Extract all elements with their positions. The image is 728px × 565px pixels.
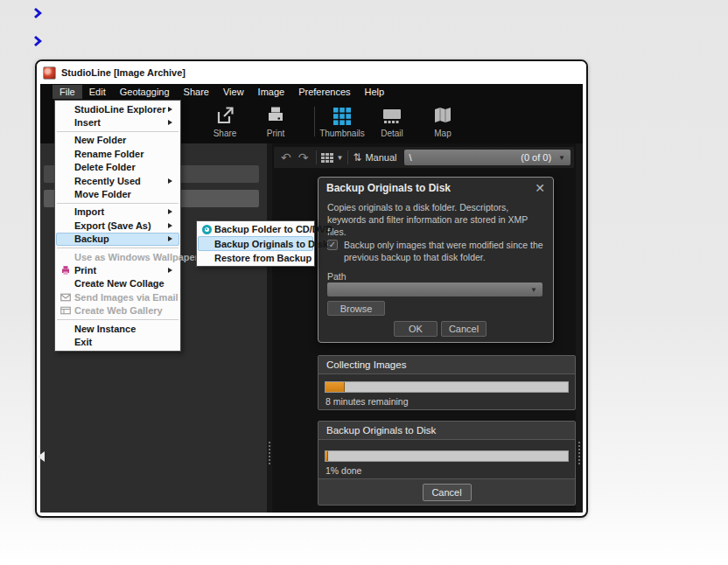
path-select[interactable]: ▼ — [327, 282, 542, 296]
menuitem-use-as-wallpaper[interactable]: Use as Windows Wallpaper — [56, 250, 179, 263]
progress-fill — [326, 382, 345, 392]
menu-separator — [57, 319, 178, 320]
window-title: StudioLine [Image Archive] — [61, 67, 186, 78]
submenu-arrow-icon — [168, 268, 178, 273]
collecting-images-panel: Collecting Images 8 minutes remaining — [318, 355, 576, 410]
splitter-dots-icon — [269, 442, 270, 464]
menu-view[interactable]: View — [216, 85, 251, 99]
dialog-titlebar: Backup Originals to Disk ✕ — [318, 178, 553, 199]
menuitem-new-instance[interactable]: New Instance — [56, 322, 179, 335]
view-grid-button[interactable]: ▼ — [321, 153, 343, 163]
menuitem-create-new-collage[interactable]: Create New Collage — [56, 277, 179, 290]
navbar: ↶ ↷ ▼ ⇅ Manual \ (0 of 0) ▼ — [274, 147, 574, 168]
menu-preferences[interactable]: Preferences — [291, 85, 357, 99]
menuitem-send-images-via-email[interactable]: Send Images via Email — [56, 290, 179, 303]
toolbar-map-button[interactable]: Map — [417, 103, 468, 138]
print-menu-icon — [57, 265, 74, 276]
dialog-description: Copies originals to a disk folder. Descr… — [327, 201, 542, 239]
menu-separator — [57, 203, 178, 204]
menuitem-backup-folder-to-cd-dvd[interactable]: Backup Folder to CD/DVD — [198, 222, 313, 236]
panel-header: Backup Originals to Disk — [318, 422, 575, 440]
chevron-down-icon: ▼ — [558, 154, 565, 162]
menuitem-backup-originals-to-disk[interactable]: Backup Originals to Disk — [198, 236, 313, 250]
menuitem-exit[interactable]: Exit — [56, 335, 179, 348]
cancel-backup-button[interactable]: Cancel — [423, 484, 472, 501]
toolbar-print-button[interactable]: Print — [250, 103, 301, 138]
submenu-arrow-icon — [168, 209, 178, 214]
submenu-arrow-icon — [168, 236, 178, 241]
menuitem-backup[interactable]: Backup — [56, 233, 179, 246]
right-splitter-handle[interactable] — [576, 143, 583, 513]
backup-progressbar — [325, 450, 569, 462]
menuitem-restore-from-backup[interactable]: Restore from Backup — [198, 251, 313, 265]
collecting-progressbar — [325, 381, 569, 393]
menuitem-move-folder[interactable]: Move Folder — [56, 187, 179, 200]
titlebar: StudioLine [Image Archive] — [37, 61, 586, 84]
menuitem-studioline-explorer[interactable]: StudioLine Explorer — [56, 102, 179, 115]
browse-button[interactable]: Browse — [327, 301, 385, 316]
submenu-arrow-icon — [168, 120, 178, 125]
menuitem-rename-folder[interactable]: Rename Folder — [56, 147, 179, 160]
image-count: (0 of 0) — [521, 152, 551, 163]
menu-help[interactable]: Help — [358, 85, 392, 99]
folder-path-dropdown[interactable]: \ (0 of 0) ▼ — [404, 150, 570, 165]
share-icon — [214, 103, 235, 128]
toolbar-separator — [314, 107, 315, 136]
sort-mode-label: Manual — [365, 152, 396, 163]
menu-share[interactable]: Share — [177, 85, 216, 99]
menuitem-create-web-gallery[interactable]: Create Web Gallery — [56, 303, 179, 317]
app-window: StudioLine [Image Archive] File Edit Geo… — [35, 59, 588, 518]
undo-icon[interactable]: ↶ — [277, 151, 295, 164]
toolbar-thumbnails-button[interactable]: Thumbnails — [317, 103, 368, 138]
menuitem-new-folder[interactable]: New Folder — [56, 134, 179, 147]
sidebar-collapse-icon[interactable] — [38, 451, 45, 462]
percent-done-label: 1% done — [326, 465, 361, 476]
panel-title: Collecting Images — [326, 359, 406, 370]
print-icon — [265, 103, 286, 128]
panel-title: Backup Originals to Disk — [326, 425, 436, 436]
menuitem-export-save-as[interactable]: Export (Save As) — [56, 219, 179, 232]
sort-arrows-icon: ⇅ — [353, 151, 361, 164]
menu-separator — [57, 131, 178, 132]
menuitem-import[interactable]: Import — [56, 206, 179, 219]
toolbar-share-button[interactable]: Share — [200, 103, 250, 138]
submenu-arrow-icon — [168, 178, 178, 184]
chevron-down-icon: ▼ — [530, 286, 537, 294]
menuitem-delete-folder[interactable]: Delete Folder — [56, 161, 179, 174]
menu-file[interactable]: File — [52, 85, 82, 99]
folder-path-value: \ — [410, 152, 522, 163]
checkbox-checked-icon[interactable]: ✓ — [327, 240, 338, 250]
modified-only-checkbox-row[interactable]: ✓ Backup only images that were modified … — [327, 239, 543, 263]
panel-footer: Cancel — [318, 478, 575, 505]
close-icon[interactable]: ✕ — [535, 182, 545, 194]
toolbar-detail-button[interactable]: Detail — [367, 103, 417, 138]
chevron-down-icon: ▼ — [336, 154, 343, 162]
navbar-separator — [316, 150, 317, 164]
menuitem-recently-used[interactable]: Recently Used — [56, 174, 179, 187]
grid-icon — [321, 153, 333, 163]
progress-fill — [326, 451, 328, 461]
gallery-icon — [57, 306, 74, 315]
cancel-button[interactable]: Cancel — [441, 321, 486, 337]
app-logo-icon — [43, 66, 56, 80]
menu-geotagging[interactable]: Geotagging — [113, 85, 177, 99]
backup-progress-panel: Backup Originals to Disk 1% done Cancel — [318, 421, 576, 506]
dialog-title: Backup Originals to Disk — [326, 182, 535, 194]
panel-header: Collecting Images — [318, 356, 575, 374]
menuitem-print[interactable]: Print — [56, 263, 179, 276]
redo-icon[interactable]: ↷ — [295, 151, 312, 164]
sort-mode-button[interactable]: ⇅ Manual — [353, 151, 396, 164]
path-label: Path — [327, 271, 346, 282]
backup-originals-dialog: Backup Originals to Disk ✕ Copies origin… — [318, 177, 554, 343]
menuitem-insert[interactable]: Insert — [56, 115, 179, 129]
checkbox-label: Backup only images that were modified si… — [344, 239, 543, 263]
ok-button[interactable]: OK — [394, 321, 438, 337]
chevron-link-icon[interactable] — [32, 6, 46, 20]
mail-icon — [57, 293, 74, 302]
menu-edit[interactable]: Edit — [82, 85, 113, 99]
chevron-link-icon[interactable] — [32, 34, 46, 48]
image-content-area: ↶ ↷ ▼ ⇅ Manual \ (0 of 0) ▼ — [272, 143, 576, 513]
menubar: File Edit Geotagging Share View Image Pr… — [40, 84, 583, 100]
backup-submenu: Backup Folder to CD/DVD Backup Originals… — [196, 220, 315, 267]
menu-image[interactable]: Image — [251, 85, 292, 99]
